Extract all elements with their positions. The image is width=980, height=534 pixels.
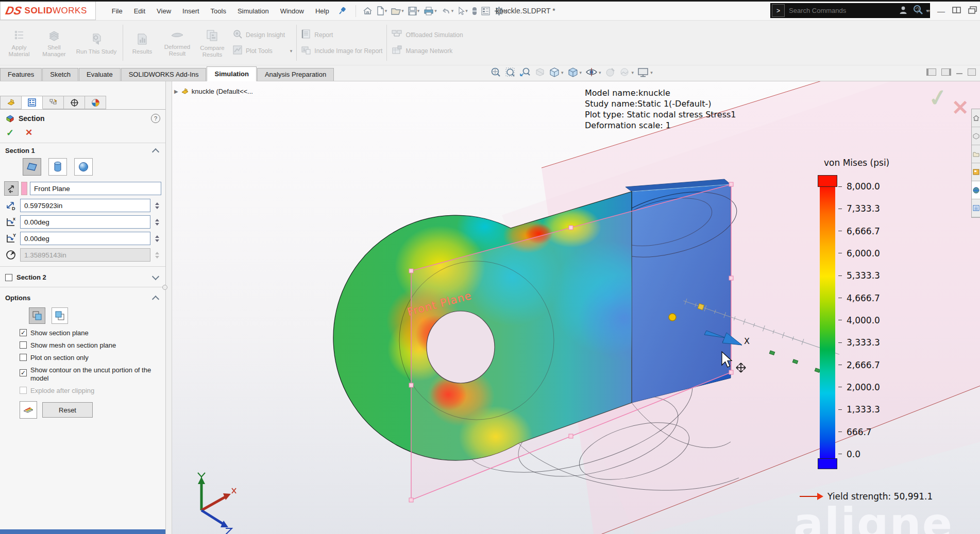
- menu-insert[interactable]: Insert: [177, 2, 205, 20]
- view-settings-caret-icon[interactable]: ▾: [650, 70, 653, 75]
- reverse-direction-button[interactable]: [4, 181, 19, 196]
- split-pane-left-icon[interactable]: [926, 68, 936, 76]
- help-icon[interactable]: ?: [151, 114, 160, 123]
- tab-simulation[interactable]: Simulation: [207, 66, 256, 81]
- reference-plane-input[interactable]: [30, 182, 161, 195]
- feature-manager-tab[interactable]: [0, 96, 22, 109]
- apply-scene-caret-icon[interactable]: ▾: [632, 70, 634, 75]
- tab-analysis-preparation[interactable]: Analysis Preparation: [257, 68, 334, 81]
- checkbox-icon[interactable]: [20, 354, 27, 361]
- home-button[interactable]: [361, 5, 374, 16]
- compare-results-button[interactable]: Compare Results: [197, 27, 227, 58]
- panel-splitter-knob[interactable]: [162, 285, 167, 290]
- previous-view-icon[interactable]: [519, 67, 531, 78]
- menu-tools[interactable]: Tools: [205, 2, 232, 20]
- shell-manager-button[interactable]: Shell Manager: [39, 28, 69, 58]
- menu-edit[interactable]: Edit: [128, 2, 151, 20]
- tab-solidworks-add-ins[interactable]: SOLIDWORKS Add-Ins: [121, 68, 207, 81]
- task-pane-view-palette-tab[interactable]: [972, 181, 980, 199]
- flyout-arrow-icon[interactable]: ▶: [174, 89, 178, 94]
- zoom-to-fit-icon[interactable]: [491, 67, 501, 78]
- section-view-icon[interactable]: [534, 67, 545, 78]
- option-show-contour-uncut[interactable]: ✓ Show contour on the uncut portion of t…: [0, 364, 165, 385]
- viewport-ok-icon[interactable]: ✓: [927, 83, 950, 112]
- minimize-pane-icon[interactable]: [956, 73, 962, 74]
- task-pane-resources-tab[interactable]: [972, 127, 980, 145]
- section2-header[interactable]: Section 2: [0, 270, 165, 284]
- rotation-y-stepper[interactable]: [153, 235, 161, 242]
- deformed-result-button[interactable]: Deformed Result: [162, 28, 192, 57]
- tab-sketch[interactable]: Sketch: [42, 68, 78, 81]
- view-settings-icon[interactable]: ▾: [637, 67, 653, 78]
- edit-appearance-icon[interactable]: [605, 67, 616, 78]
- help-caret-icon[interactable]: ▾: [927, 8, 930, 13]
- menu-help[interactable]: Help: [310, 2, 335, 20]
- flyout-part-name[interactable]: knuckle (Default<<...: [192, 88, 253, 95]
- search-input[interactable]: [788, 6, 911, 15]
- results-button[interactable]: Results: [127, 31, 157, 55]
- plot-tools-caret-icon[interactable]: ▾: [290, 48, 293, 54]
- display-manager-tab[interactable]: [85, 96, 106, 109]
- checkbox-checked-icon[interactable]: ✓: [20, 369, 27, 376]
- cylindrical-section-button[interactable]: [48, 158, 67, 176]
- collapse-icon[interactable]: [152, 295, 159, 302]
- menu-window[interactable]: Window: [275, 2, 310, 20]
- display-style-caret-icon[interactable]: ▾: [580, 70, 582, 75]
- options-header[interactable]: Options: [0, 290, 165, 304]
- task-pane-file-explorer-tab[interactable]: [972, 163, 980, 181]
- plot-tools-button[interactable]: Plot Tools ▾: [232, 45, 292, 57]
- apply-scene-icon[interactable]: ▾: [619, 67, 634, 78]
- zoom-to-area-icon[interactable]: [505, 67, 516, 78]
- rotation-x-input[interactable]: [20, 215, 150, 229]
- pin-menu-icon[interactable]: [337, 5, 348, 16]
- help-button[interactable]: ?: [915, 6, 920, 15]
- maximize-pane-icon[interactable]: [968, 68, 976, 76]
- planar-section-button[interactable]: [23, 158, 41, 176]
- menu-file[interactable]: File: [106, 2, 128, 20]
- new-document-button[interactable]: ▾: [375, 5, 389, 16]
- user-account-icon[interactable]: [899, 5, 908, 16]
- intersection-zone-button-1[interactable]: [29, 307, 45, 324]
- reset-button[interactable]: Reset: [42, 402, 93, 418]
- task-pane-design-library-tab[interactable]: [972, 145, 980, 163]
- include-image-for-report-button[interactable]: Include Image for Report: [301, 45, 382, 57]
- expand-icon[interactable]: [152, 273, 159, 280]
- feature-tree-flyout[interactable]: ▶ knuckle (Default<<...: [174, 88, 253, 95]
- tab-features[interactable]: Features: [0, 68, 42, 81]
- design-insight-button[interactable]: Design Insight: [232, 29, 292, 41]
- intersection-zone-button-2[interactable]: [52, 307, 68, 324]
- section2-checkbox[interactable]: [5, 274, 12, 281]
- property-manager-tab[interactable]: [22, 96, 43, 109]
- hide-show-items-icon[interactable]: ▾: [585, 67, 601, 78]
- offloaded-simulation-button[interactable]: Offloaded Simulation: [391, 29, 463, 41]
- ok-button[interactable]: ✓: [6, 127, 14, 139]
- checkbox-icon[interactable]: [20, 341, 27, 349]
- restore-window-icon[interactable]: [952, 6, 961, 16]
- rotation-y-input[interactable]: [20, 232, 150, 245]
- section-origin-dot[interactable]: [669, 314, 676, 321]
- menu-simulation[interactable]: Simulation: [232, 2, 275, 20]
- new-document-caret-icon[interactable]: ▾: [385, 8, 387, 13]
- minimize-window-icon[interactable]: —: [937, 7, 945, 15]
- apply-material-button[interactable]: Apply Material: [4, 28, 34, 58]
- task-pane-appearances-tab[interactable]: [972, 199, 980, 217]
- view-orientation-caret-icon[interactable]: ▾: [561, 70, 564, 75]
- dimxpert-manager-tab[interactable]: [64, 96, 85, 109]
- display-style-icon[interactable]: ▾: [567, 67, 582, 78]
- option-show-section-plane[interactable]: ✓ Show section plane: [0, 327, 165, 339]
- spherical-section-button[interactable]: [74, 158, 93, 176]
- option-show-mesh-on-section-plane[interactable]: Show mesh on section plane: [0, 339, 165, 352]
- run-this-study-button[interactable]: Run This Study: [74, 31, 119, 55]
- panel-gutter[interactable]: [166, 81, 172, 534]
- view-orientation-icon[interactable]: ▾: [549, 67, 564, 78]
- section1-header[interactable]: Section 1: [0, 143, 165, 157]
- offset-distance-stepper[interactable]: [153, 202, 161, 209]
- menu-view[interactable]: View: [151, 2, 177, 20]
- split-pane-right-icon[interactable]: [941, 68, 951, 76]
- configuration-manager-tab[interactable]: [43, 96, 64, 109]
- cancel-button[interactable]: ✕: [25, 127, 32, 139]
- graphics-area[interactable]: X: [172, 81, 980, 534]
- new-window-icon[interactable]: [968, 6, 977, 16]
- report-button[interactable]: Report: [301, 29, 382, 41]
- section-clipping-toggle-button[interactable]: [20, 401, 37, 419]
